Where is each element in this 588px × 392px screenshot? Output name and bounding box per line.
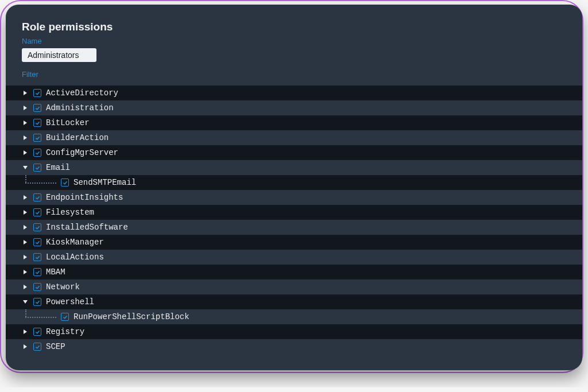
tree-row: BuilderAction [6,130,582,145]
permission-label: Registry [46,327,84,336]
expand-icon[interactable] [22,90,29,96]
expand-icon[interactable] [22,343,29,350]
expand-icon[interactable] [22,284,29,290]
expand-icon[interactable] [22,328,29,335]
tree-connector-icon [22,309,56,324]
permission-label: Administration [46,103,114,112]
permission-checkbox[interactable] [33,283,41,291]
permission-checkbox[interactable] [33,343,41,351]
permission-label: Network [46,282,80,292]
permission-label: EndpointInsights [46,193,123,202]
tree-row: Powershell [6,294,582,309]
tree-row: InstalledSoftware [6,220,582,235]
permissions-tree: ActiveDirectoryAdministrationBitLockerBu… [6,86,582,354]
permission-label: MBAM [46,267,65,277]
permission-label: KioskManager [46,238,104,247]
tree-row: BitLocker [6,115,582,130]
permission-checkbox[interactable] [33,134,41,142]
tree-row: SCEP [6,339,582,354]
expand-icon[interactable] [22,104,29,111]
permission-checkbox[interactable] [33,193,41,201]
tree-row: Registry [6,324,582,339]
tree-row: Network [6,280,582,294]
permission-label: BuilderAction [46,133,109,142]
permission-checkbox[interactable] [61,313,69,321]
tree-row: Email [6,160,582,175]
name-input[interactable] [22,48,96,62]
permission-label: RunPowerShellScriptBlock [74,312,189,321]
tree-row: KioskManager [6,235,582,250]
expand-icon[interactable] [22,149,29,156]
expand-icon[interactable] [22,119,29,126]
expand-icon[interactable] [22,194,29,201]
permission-checkbox[interactable] [33,119,41,127]
collapse-icon[interactable] [22,164,29,171]
expand-icon[interactable] [22,224,29,231]
permission-checkbox[interactable] [33,208,41,216]
tree-row: SendSMTPEmail [6,175,582,190]
permission-checkbox[interactable] [33,104,41,112]
permission-checkbox[interactable] [33,223,41,231]
permission-label: InstalledSoftware [46,223,128,232]
expand-icon[interactable] [22,239,29,246]
tree-row: MBAM [6,265,582,280]
expand-icon[interactable] [22,209,29,216]
permission-checkbox[interactable] [33,268,41,276]
tree-row: ConfigMgrServer [6,145,582,160]
permission-label: Powershell [46,297,94,306]
permission-label: ActiveDirectory [46,88,118,98]
permission-checkbox[interactable] [33,149,41,157]
permission-checkbox[interactable] [33,89,41,97]
tree-connector-icon [22,175,56,190]
tree-row: Administration [6,100,582,115]
permission-checkbox[interactable] [61,178,69,187]
permission-label: SendSMTPEmail [74,178,136,187]
name-label: Name [22,37,566,45]
permission-label: SCEP [46,342,65,351]
permission-checkbox[interactable] [33,298,41,306]
collapse-icon[interactable] [22,298,29,305]
permission-label: Filesystem [46,208,94,217]
permission-checkbox[interactable] [33,238,41,246]
filter-label: Filter [22,70,566,79]
permission-checkbox[interactable] [33,164,41,172]
permission-label: ConfigMgrServer [46,148,118,157]
permission-label: Email [46,163,70,172]
expand-icon[interactable] [22,254,29,261]
tree-row: ActiveDirectory [6,86,582,100]
permission-label: LocalActions [46,253,104,262]
permission-checkbox[interactable] [33,328,41,336]
permission-checkbox[interactable] [33,253,41,261]
page-title: Role permissions [22,21,566,33]
tree-row: EndpointInsights [6,190,582,205]
role-permissions-panel: Role permissions Name Filter ActiveDirec… [6,5,582,370]
expand-icon[interactable] [22,269,29,275]
permission-label: BitLocker [46,118,90,127]
expand-icon[interactable] [22,134,29,141]
tree-row: Filesystem [6,205,582,220]
tree-row: RunPowerShellScriptBlock [6,309,582,324]
tree-row: LocalActions [6,250,582,265]
